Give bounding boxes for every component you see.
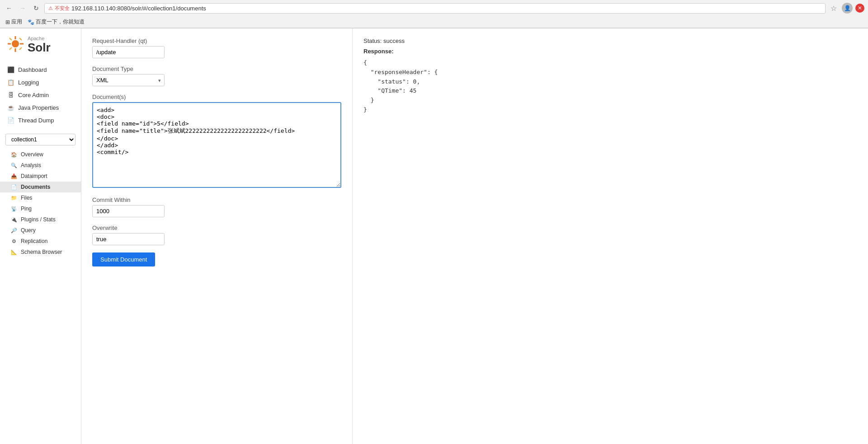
svg-line-8: [19, 47, 22, 50]
bookmarks-bar: ⊞ 应用 🐾 百度一下，你就知道: [0, 16, 868, 28]
sidebar-item-query[interactable]: 🔎 Query: [0, 225, 81, 236]
sidebar-item-overview[interactable]: 🏠 Overview: [0, 149, 81, 160]
reload-button[interactable]: ↻: [31, 3, 42, 14]
sidebar-item-documents-label: Documents: [21, 184, 50, 190]
replication-icon: ⚙: [11, 238, 17, 244]
overwrite-label: Overwrite: [92, 224, 341, 231]
sidebar-item-java-properties-label: Java Properties: [18, 104, 59, 111]
response-label: Response:: [363, 48, 857, 55]
documents-label: Document(s): [92, 93, 341, 100]
sidebar-item-dataimport-label: Dataimport: [21, 173, 47, 179]
sidebar-item-thread-dump-label: Thread Dump: [18, 117, 54, 124]
document-type-group: Document Type XML JSON CSV Document Buil…: [92, 65, 341, 86]
request-handler-label: Request-Handler (qt): [92, 37, 341, 44]
svg-line-5: [9, 38, 12, 40]
overview-icon: 🏠: [11, 151, 17, 158]
close-extension-button[interactable]: ✕: [855, 4, 864, 13]
sidebar-item-replication-label: Replication: [21, 238, 47, 244]
core-admin-icon: 🗄: [7, 91, 14, 98]
response-json: { "responseHeader": { "status": 0, "QTim…: [363, 58, 857, 115]
profile-icon: 👤: [844, 5, 851, 11]
sidebar-item-java-properties[interactable]: ☕ Java Properties: [0, 101, 81, 114]
ping-icon: 📡: [11, 206, 17, 212]
browser-nav: ← → ↻ ⚠ 不安全 192.168.110.140:8080/solr/#/…: [0, 0, 868, 16]
submit-document-button[interactable]: Submit Document: [92, 252, 155, 266]
sidebar: Apache Solr ⬛ Dashboard 📋 Logging 🗄 Core…: [0, 28, 81, 444]
document-type-select-wrapper: XML JSON CSV Document Builder: [92, 74, 165, 86]
sidebar-item-ping[interactable]: 📡 Ping: [0, 203, 81, 214]
profile-button[interactable]: 👤: [842, 3, 853, 14]
form-panel: Request-Handler (qt) Document Type XML J…: [81, 28, 353, 444]
forward-button[interactable]: →: [17, 3, 28, 14]
sidebar-item-schema-browser-label: Schema Browser: [21, 249, 62, 255]
svg-line-6: [19, 38, 22, 40]
sidebar-item-schema-browser[interactable]: 📐 Schema Browser: [0, 247, 81, 257]
request-handler-group: Request-Handler (qt): [92, 37, 341, 58]
request-handler-input[interactable]: [92, 46, 165, 58]
sidebar-item-logging-label: Logging: [18, 79, 39, 86]
sidebar-item-ping-label: Ping: [21, 206, 32, 212]
svg-line-7: [9, 47, 12, 50]
address-url: 192.168.110.140:8080/solr/#/collection1/…: [71, 5, 821, 12]
baidu-label: 百度一下，你就知道: [36, 18, 85, 26]
apps-label: 应用: [11, 18, 22, 26]
sidebar-sub-nav: 🏠 Overview 🔍 Analysis 📥 Dataimport 📄 Doc…: [0, 149, 81, 257]
solr-logo-icon: [5, 34, 26, 54]
documents-icon: 📄: [11, 184, 17, 190]
status-label: Status:: [363, 37, 382, 44]
overwrite-input[interactable]: [92, 233, 165, 245]
document-type-select[interactable]: XML JSON CSV Document Builder: [92, 74, 165, 86]
documents-textarea[interactable]: [92, 102, 341, 188]
sidebar-item-thread-dump[interactable]: 📄 Thread Dump: [0, 114, 81, 126]
sidebar-item-files-label: Files: [21, 195, 32, 201]
insecure-text: 不安全: [55, 5, 70, 12]
documents-group: Document(s): [92, 93, 341, 189]
collection-select[interactable]: collection1: [5, 134, 75, 145]
overwrite-group: Overwrite: [92, 224, 341, 245]
sidebar-item-overview-label: Overview: [21, 151, 43, 158]
back-button[interactable]: ←: [4, 3, 14, 14]
address-bar[interactable]: ⚠ 不安全 192.168.110.140:8080/solr/#/collec…: [44, 3, 826, 14]
sidebar-item-logging[interactable]: 📋 Logging: [0, 76, 81, 89]
sidebar-item-files[interactable]: 📁 Files: [0, 192, 81, 203]
sidebar-item-query-label: Query: [21, 227, 36, 234]
schema-browser-icon: 📐: [11, 249, 17, 255]
sidebar-item-documents[interactable]: 📄 Documents: [0, 182, 81, 192]
response-panel: Status: success Response: { "responseHea…: [353, 28, 868, 444]
document-type-label: Document Type: [92, 65, 341, 72]
sidebar-item-dashboard[interactable]: ⬛ Dashboard: [0, 63, 81, 76]
commit-within-group: Commit Within: [92, 196, 341, 217]
dashboard-icon: ⬛: [7, 66, 14, 73]
files-icon: 📁: [11, 195, 17, 201]
status-line: Status: success: [363, 37, 857, 44]
sidebar-item-replication[interactable]: ⚙ Replication: [0, 236, 81, 247]
commit-within-input[interactable]: [92, 205, 165, 217]
apps-icon: ⊞: [5, 19, 10, 25]
sidebar-item-dashboard-label: Dashboard: [18, 66, 47, 73]
sidebar-item-plugins-stats-label: Plugins / Stats: [21, 216, 56, 223]
bookmark-apps[interactable]: ⊞ 应用: [5, 18, 22, 26]
baidu-icon: 🐾: [28, 19, 34, 25]
sidebar-item-dataimport[interactable]: 📥 Dataimport: [0, 171, 81, 182]
sidebar-item-core-admin-label: Core Admin: [18, 92, 49, 98]
browser-chrome: ← → ↻ ⚠ 不安全 192.168.110.140:8080/solr/#/…: [0, 0, 868, 28]
query-icon: 🔎: [11, 227, 17, 234]
bookmark-baidu[interactable]: 🐾 百度一下，你就知道: [28, 18, 85, 26]
thread-dump-icon: 📄: [7, 117, 14, 124]
commit-within-label: Commit Within: [92, 196, 341, 203]
java-properties-icon: ☕: [7, 104, 14, 111]
security-icon: ⚠: [48, 5, 53, 11]
sidebar-item-analysis[interactable]: 🔍 Analysis: [0, 160, 81, 171]
plugins-stats-icon: 🔌: [11, 216, 17, 223]
svg-point-0: [12, 40, 19, 47]
collection-selector: collection1: [5, 134, 75, 145]
status-value: success: [383, 37, 405, 44]
content-area: Request-Handler (qt) Document Type XML J…: [81, 28, 868, 444]
analysis-icon: 🔍: [11, 162, 17, 168]
bookmark-star-button[interactable]: ☆: [828, 3, 839, 14]
solr-label: Solr: [28, 42, 51, 53]
dataimport-icon: 📥: [11, 173, 17, 179]
sidebar-item-plugins-stats[interactable]: 🔌 Plugins / Stats: [0, 214, 81, 225]
content-wrapper: Request-Handler (qt) Document Type XML J…: [81, 28, 868, 444]
sidebar-item-core-admin[interactable]: 🗄 Core Admin: [0, 89, 81, 101]
